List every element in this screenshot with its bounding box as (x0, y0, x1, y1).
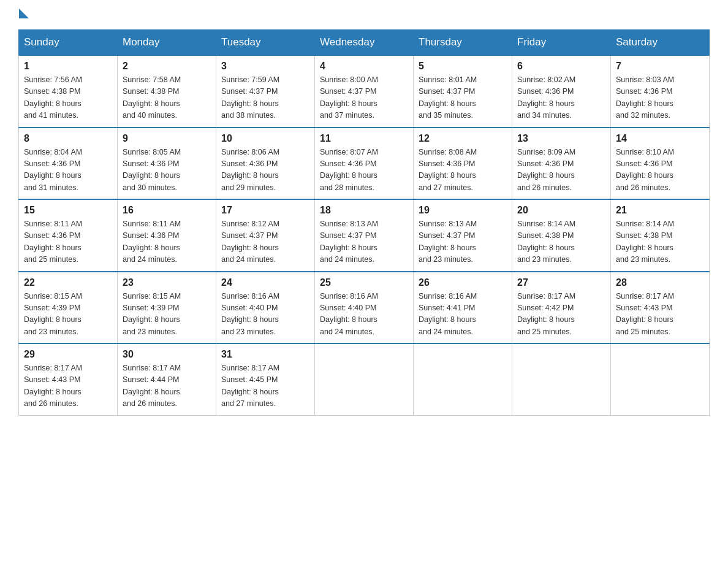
calendar-cell: 24Sunrise: 8:16 AMSunset: 4:40 PMDayligh… (216, 272, 315, 344)
calendar-cell: 7Sunrise: 8:03 AMSunset: 4:36 PMDaylight… (611, 55, 710, 128)
day-number: 19 (419, 205, 507, 216)
calendar-cell: 8Sunrise: 8:04 AMSunset: 4:36 PMDaylight… (19, 128, 118, 200)
calendar-cell (414, 343, 512, 415)
day-info: Sunrise: 8:17 AMSunset: 4:45 PMDaylight:… (221, 362, 309, 410)
header-row: SundayMondayTuesdayWednesdayThursdayFrid… (19, 30, 710, 56)
calendar-cell: 31Sunrise: 8:17 AMSunset: 4:45 PMDayligh… (216, 343, 315, 415)
calendar-cell: 15Sunrise: 8:11 AMSunset: 4:36 PMDayligh… (19, 199, 118, 272)
day-number: 1 (24, 61, 112, 72)
calendar-cell: 1Sunrise: 7:56 AMSunset: 4:38 PMDaylight… (19, 55, 118, 128)
day-info: Sunrise: 8:15 AMSunset: 4:39 PMDaylight:… (123, 291, 211, 339)
day-info: Sunrise: 8:17 AMSunset: 4:43 PMDaylight:… (24, 362, 112, 410)
page-header (18, 12, 710, 18)
day-info: Sunrise: 8:12 AMSunset: 4:37 PMDaylight:… (221, 218, 309, 266)
calendar-cell: 28Sunrise: 8:17 AMSunset: 4:43 PMDayligh… (611, 272, 710, 344)
day-number: 3 (221, 61, 309, 72)
day-info: Sunrise: 8:13 AMSunset: 4:37 PMDaylight:… (320, 218, 408, 266)
day-number: 12 (419, 133, 507, 144)
calendar-cell: 21Sunrise: 8:14 AMSunset: 4:38 PMDayligh… (611, 199, 710, 272)
day-number: 4 (320, 61, 408, 72)
week-row-5: 29Sunrise: 8:17 AMSunset: 4:43 PMDayligh… (19, 343, 710, 415)
day-number: 13 (517, 133, 605, 144)
day-info: Sunrise: 8:17 AMSunset: 4:42 PMDaylight:… (517, 291, 605, 339)
day-info: Sunrise: 8:00 AMSunset: 4:37 PMDaylight:… (320, 74, 408, 122)
day-number: 31 (221, 349, 309, 360)
day-number: 26 (419, 277, 507, 288)
day-info: Sunrise: 8:09 AMSunset: 4:36 PMDaylight:… (517, 147, 605, 194)
day-number: 29 (24, 349, 112, 360)
week-row-1: 1Sunrise: 7:56 AMSunset: 4:38 PMDaylight… (19, 55, 710, 128)
day-info: Sunrise: 8:06 AMSunset: 4:36 PMDaylight:… (221, 147, 309, 194)
day-number: 2 (123, 61, 211, 72)
calendar-cell: 5Sunrise: 8:01 AMSunset: 4:37 PMDaylight… (414, 55, 512, 128)
day-info: Sunrise: 8:13 AMSunset: 4:37 PMDaylight:… (419, 218, 507, 266)
day-info: Sunrise: 8:05 AMSunset: 4:36 PMDaylight:… (123, 147, 211, 194)
week-row-4: 22Sunrise: 8:15 AMSunset: 4:39 PMDayligh… (19, 272, 710, 344)
col-header-friday: Friday (512, 30, 611, 56)
day-number: 28 (616, 277, 704, 288)
day-number: 14 (616, 133, 704, 144)
day-number: 24 (221, 277, 309, 288)
col-header-saturday: Saturday (611, 30, 710, 56)
calendar-cell: 6Sunrise: 8:02 AMSunset: 4:36 PMDaylight… (512, 55, 611, 128)
day-number: 15 (24, 205, 112, 216)
calendar-cell: 14Sunrise: 8:10 AMSunset: 4:36 PMDayligh… (611, 128, 710, 200)
week-row-3: 15Sunrise: 8:11 AMSunset: 4:36 PMDayligh… (19, 199, 710, 272)
day-number: 7 (616, 61, 704, 72)
calendar-cell: 10Sunrise: 8:06 AMSunset: 4:36 PMDayligh… (216, 128, 315, 200)
calendar-cell: 23Sunrise: 8:15 AMSunset: 4:39 PMDayligh… (118, 272, 216, 344)
day-number: 6 (517, 61, 605, 72)
calendar-cell (611, 343, 710, 415)
day-number: 11 (320, 133, 408, 144)
day-number: 30 (123, 349, 211, 360)
calendar-cell (315, 343, 414, 415)
calendar-cell: 30Sunrise: 8:17 AMSunset: 4:44 PMDayligh… (118, 343, 216, 415)
day-number: 21 (616, 205, 704, 216)
calendar-cell: 16Sunrise: 8:11 AMSunset: 4:36 PMDayligh… (118, 199, 216, 272)
day-info: Sunrise: 8:14 AMSunset: 4:38 PMDaylight:… (616, 218, 704, 266)
calendar-cell: 4Sunrise: 8:00 AMSunset: 4:37 PMDaylight… (315, 55, 414, 128)
calendar-cell (512, 343, 611, 415)
day-number: 20 (517, 205, 605, 216)
calendar-cell: 25Sunrise: 8:16 AMSunset: 4:40 PMDayligh… (315, 272, 414, 344)
day-number: 17 (221, 205, 309, 216)
col-header-sunday: Sunday (19, 30, 118, 56)
day-info: Sunrise: 8:17 AMSunset: 4:43 PMDaylight:… (616, 291, 704, 339)
day-info: Sunrise: 8:17 AMSunset: 4:44 PMDaylight:… (123, 362, 211, 410)
logo-triangle-icon (19, 9, 29, 18)
week-row-2: 8Sunrise: 8:04 AMSunset: 4:36 PMDaylight… (19, 128, 710, 200)
day-info: Sunrise: 8:11 AMSunset: 4:36 PMDaylight:… (24, 218, 112, 266)
calendar-cell: 20Sunrise: 8:14 AMSunset: 4:38 PMDayligh… (512, 199, 611, 272)
calendar-cell: 26Sunrise: 8:16 AMSunset: 4:41 PMDayligh… (414, 272, 512, 344)
calendar-cell: 9Sunrise: 8:05 AMSunset: 4:36 PMDaylight… (118, 128, 216, 200)
day-number: 5 (419, 61, 507, 72)
day-info: Sunrise: 8:07 AMSunset: 4:36 PMDaylight:… (320, 147, 408, 194)
day-number: 16 (123, 205, 211, 216)
day-info: Sunrise: 8:16 AMSunset: 4:40 PMDaylight:… (221, 291, 309, 339)
day-info: Sunrise: 8:14 AMSunset: 4:38 PMDaylight:… (517, 218, 605, 266)
day-number: 18 (320, 205, 408, 216)
day-number: 27 (517, 277, 605, 288)
col-header-tuesday: Tuesday (216, 30, 315, 56)
col-header-monday: Monday (118, 30, 216, 56)
calendar-cell: 13Sunrise: 8:09 AMSunset: 4:36 PMDayligh… (512, 128, 611, 200)
day-number: 8 (24, 133, 112, 144)
logo (18, 12, 29, 18)
day-info: Sunrise: 8:16 AMSunset: 4:40 PMDaylight:… (320, 291, 408, 339)
day-info: Sunrise: 8:03 AMSunset: 4:36 PMDaylight:… (616, 74, 704, 122)
calendar-cell: 12Sunrise: 8:08 AMSunset: 4:36 PMDayligh… (414, 128, 512, 200)
day-number: 23 (123, 277, 211, 288)
calendar-cell: 19Sunrise: 8:13 AMSunset: 4:37 PMDayligh… (414, 199, 512, 272)
day-info: Sunrise: 8:02 AMSunset: 4:36 PMDaylight:… (517, 74, 605, 122)
calendar-cell: 22Sunrise: 8:15 AMSunset: 4:39 PMDayligh… (19, 272, 118, 344)
day-info: Sunrise: 7:58 AMSunset: 4:38 PMDaylight:… (123, 74, 211, 122)
day-info: Sunrise: 8:08 AMSunset: 4:36 PMDaylight:… (419, 147, 507, 194)
day-number: 10 (221, 133, 309, 144)
day-info: Sunrise: 8:10 AMSunset: 4:36 PMDaylight:… (616, 147, 704, 194)
calendar-cell: 2Sunrise: 7:58 AMSunset: 4:38 PMDaylight… (118, 55, 216, 128)
day-info: Sunrise: 8:15 AMSunset: 4:39 PMDaylight:… (24, 291, 112, 339)
calendar-cell: 3Sunrise: 7:59 AMSunset: 4:37 PMDaylight… (216, 55, 315, 128)
calendar-cell: 11Sunrise: 8:07 AMSunset: 4:36 PMDayligh… (315, 128, 414, 200)
calendar-cell: 29Sunrise: 8:17 AMSunset: 4:43 PMDayligh… (19, 343, 118, 415)
calendar-cell: 17Sunrise: 8:12 AMSunset: 4:37 PMDayligh… (216, 199, 315, 272)
